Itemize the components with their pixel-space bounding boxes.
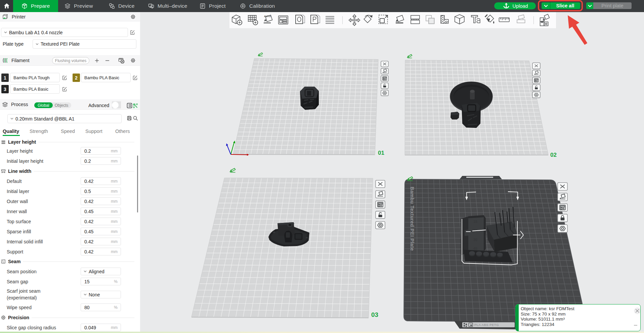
svg-text:15: 15 [473, 220, 477, 224]
svg-text:01: 01 [378, 150, 384, 156]
svg-text:45: 45 [473, 246, 477, 250]
svg-text:PLA ABS PETG: PLA ABS PETG [474, 323, 499, 327]
svg-text:02: 02 [550, 152, 557, 158]
svg-text:Bambu Textured PEI Plate: Bambu Textured PEI Plate [410, 187, 415, 251]
svg-text:03: 03 [371, 311, 378, 318]
svg-text:30: 30 [473, 238, 477, 242]
svg-text:AUTO: AUTO [264, 15, 271, 17]
